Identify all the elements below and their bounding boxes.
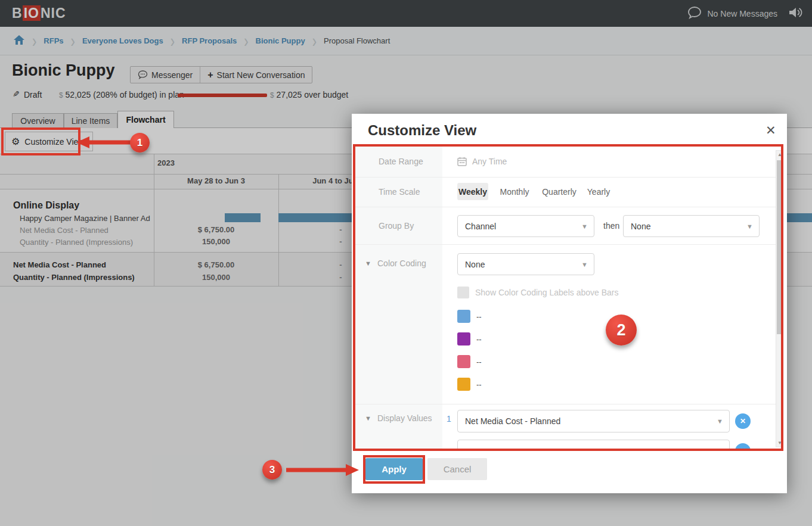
color-swatch-blue[interactable] <box>457 310 470 323</box>
chevron-down-icon: ▼ <box>717 418 723 425</box>
color-swatch-label: -- <box>476 380 482 389</box>
modal-scrollbar[interactable]: ▲ ▼ <box>776 150 783 447</box>
apply-button[interactable]: Apply <box>365 458 423 480</box>
date-range-label: Date Range <box>379 157 423 166</box>
row-divider <box>355 244 783 245</box>
color-swatch-pink[interactable] <box>457 355 470 368</box>
annotation-badge-2: 2 <box>606 315 637 346</box>
display-value-text: Net Media Cost - Planned <box>465 416 560 426</box>
color-coding-label: Color Coding <box>377 259 426 268</box>
group-by-second-select[interactable]: None▼ <box>623 215 760 237</box>
chevron-down-icon: ▼ <box>581 261 588 268</box>
show-labels-checkbox[interactable] <box>457 287 469 298</box>
scrollbar-thumb[interactable] <box>777 160 783 334</box>
remove-display-value-button[interactable]: ✕ <box>735 413 751 429</box>
scroll-down-icon[interactable]: ▼ <box>776 440 783 446</box>
calendar-icon <box>457 157 467 169</box>
close-icon[interactable]: ✕ <box>765 123 776 138</box>
annotation-badge-3: 3 <box>262 460 282 480</box>
color-swatch-purple[interactable] <box>457 332 470 346</box>
chevron-down-icon: ▼ <box>746 223 753 230</box>
show-labels-checkbox-label: Show Color Coding Labels above Bars <box>475 288 618 297</box>
display-values-label: Display Values <box>377 413 432 423</box>
display-value-select-2[interactable] <box>457 440 730 451</box>
color-swatch-label: -- <box>476 357 482 366</box>
color-coding-select[interactable]: None▼ <box>457 253 594 275</box>
row-divider <box>355 207 783 207</box>
section-caret-icon[interactable]: ▼ <box>365 260 371 267</box>
display-value-index: 1 <box>447 414 451 424</box>
modal-content: Date Range Any Time Time Scale Weekly Mo… <box>355 147 783 451</box>
row-divider <box>355 177 783 178</box>
scroll-up-icon[interactable]: ▲ <box>776 152 783 157</box>
group-by-second-value: None <box>631 222 650 231</box>
modal-title: Customize View <box>368 122 476 139</box>
row-divider <box>355 404 783 404</box>
time-scale-yearly[interactable]: Yearly <box>585 183 612 200</box>
section-caret-icon[interactable]: ▼ <box>365 415 371 422</box>
group-by-first-value: Channel <box>465 222 496 231</box>
cancel-button[interactable]: Cancel <box>427 458 487 480</box>
customize-view-modal: Customize View ✕ Date Range Any Time Tim… <box>352 114 787 493</box>
color-swatch-label: -- <box>476 312 482 321</box>
display-value-select[interactable]: Net Media Cost - Planned▼ <box>457 410 730 432</box>
color-swatch-label: -- <box>476 335 482 344</box>
annotation-arrow-1 <box>76 135 131 150</box>
time-scale-quarterly[interactable]: Quarterly <box>541 183 578 200</box>
color-coding-value: None <box>465 260 485 269</box>
group-by-label: Group By <box>379 221 414 231</box>
chevron-down-icon: ▼ <box>581 223 588 230</box>
color-swatch-orange[interactable] <box>457 378 470 391</box>
time-scale-monthly[interactable]: Monthly <box>498 183 531 200</box>
date-range-value[interactable]: Any Time <box>472 157 507 166</box>
remove-display-value-button[interactable]: ✕ <box>735 443 751 451</box>
group-by-then-label: then <box>603 221 619 231</box>
annotation-arrow-3 <box>286 462 359 478</box>
annotation-badge-1: 1 <box>130 133 150 152</box>
time-scale-weekly[interactable]: Weekly <box>457 183 488 200</box>
time-scale-label: Time Scale <box>379 187 420 197</box>
group-by-first-select[interactable]: Channel▼ <box>457 215 594 237</box>
